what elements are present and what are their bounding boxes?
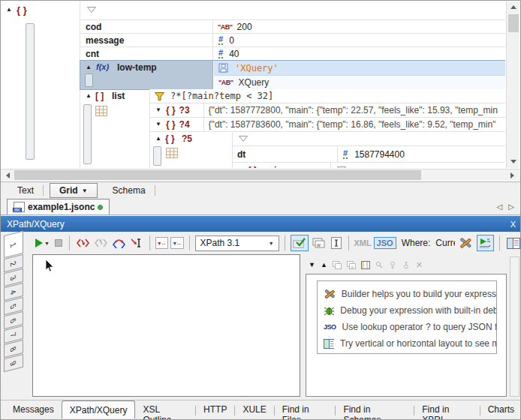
tab-find-in-xbrl[interactable]: Find in XBRL [414,400,479,418]
grid-horizontal-scrollbar[interactable] [1,169,520,181]
hscroll-thumb[interactable] [14,170,421,180]
start-evaluation-button[interactable]: ▼ [34,235,51,251]
tab-scroll-left-icon[interactable]: ◁ [497,202,503,211]
root-collapse-icon[interactable]: ▲ [6,7,12,13]
expand-icon[interactable]: ▼ [155,122,161,128]
next-result-icon[interactable]: ▼ [309,261,315,268]
scroll-up-button[interactable] [507,2,519,13]
value-message[interactable]: 0 [229,35,234,46]
evaluator-mode-button[interactable] [477,235,494,251]
stop-button[interactable] [53,235,64,251]
step-into-icon[interactable] [75,235,91,251]
builder-mode-icon[interactable] [457,235,474,251]
step-out-icon[interactable] [93,235,109,251]
search-up-icon[interactable] [402,261,411,269]
collapse-icon[interactable]: ▲ [86,64,92,70]
list-item-row[interactable]: ▼ { } ?4 {"dt": 1587783600, "main": {"te… [150,118,505,132]
show-columns-icon[interactable] [361,261,370,269]
value-dt[interactable]: 1587794400 [354,149,405,160]
lowtemp-result[interactable]: XQuery [239,77,270,88]
change-layout-button[interactable] [505,235,521,251]
tab-xpath-xquery[interactable]: XPath/XQuery [62,400,136,418]
value-cnt[interactable]: 40 [229,49,239,59]
table-view-icon[interactable] [95,106,107,116]
tab-example1-jsonc[interactable]: JSC example1.jsonc [7,199,110,214]
copy-icon[interactable] [333,261,342,269]
value-cell-dt[interactable]: # 1587794400 [337,146,505,162]
grid-row-cnt[interactable]: cnt # 40 [80,47,505,61]
active-filter-funnel-icon[interactable] [154,92,165,101]
step-over-icon[interactable] [111,235,127,251]
item-key[interactable]: ?5 [182,134,192,144]
xml-mode-toggle[interactable]: XML [354,238,371,248]
value-cell-cod[interactable]: "AB" 200 [212,20,505,33]
tab-scroll-right-icon[interactable]: ▷ [508,202,514,211]
grid-row-lowtemp[interactable]: ▲ f(x) low-temp 'XQuery' "AB" XQuery [80,61,505,89]
collapse-icon[interactable]: ▲ [238,167,244,169]
item5-filter-row[interactable] [233,132,505,146]
list-filter-row[interactable]: ?*[?main?temp < 32] [150,89,505,104]
previous-result-icon[interactable]: ▲ [321,261,327,268]
clear-results-icon[interactable]: ✕ [416,260,423,270]
filter-funnel-icon[interactable] [238,135,248,143]
collapse-bar[interactable] [83,104,92,164]
key-dt[interactable]: dt [237,149,337,160]
tab-schema-view[interactable]: Schema [104,184,155,197]
tab-find-in-schemas[interactable]: Find in Schemas [336,400,414,418]
expression-language-select[interactable]: XPath 3.1 ▼ [195,236,279,251]
grid-row-cod[interactable]: cod "AB" 200 [80,20,505,34]
scroll-down-button[interactable] [507,156,519,167]
item-preview-cell[interactable]: {"dt": 1587783600, "main": {"temp": 16.8… [203,118,505,131]
copy-all-icon[interactable]: a [347,261,356,269]
lowtemp-key-cell[interactable]: ▲ f(x) low-temp [80,61,213,89]
lowtemp-result-cell[interactable]: "AB" XQuery [214,75,505,89]
close-icon[interactable]: X [510,220,516,229]
grid-row-main[interactable]: ▲ { } main [233,163,505,168]
value-cod[interactable]: 200 [237,22,252,32]
root-filter-row[interactable] [80,1,505,20]
filter-funnel-icon[interactable] [336,166,347,168]
item-key[interactable]: ?3 [179,105,203,116]
run-to-cursor-icon[interactable] [129,235,144,251]
grid-row-dt[interactable]: dt # 1587794400 [233,146,505,163]
item-preview[interactable]: {"dt": 1587783600, "main": {"temp": 16.8… [209,119,496,130]
list-item-row[interactable]: ▼ { } ?3 {"dt": 1587772800, "main": {"te… [150,104,505,118]
value-cell-message[interactable]: # 0 [212,34,505,46]
chevron-down-icon[interactable]: ▼ [82,188,88,194]
tab-messages[interactable]: Messages [5,400,62,418]
tab-charts[interactable]: Charts [480,400,521,418]
expand-icon[interactable]: ▼ [155,107,161,113]
jso-mode-toggle[interactable]: JSO [374,237,396,249]
tab-xsl-outline[interactable]: XSL Outline [135,400,195,418]
search-key-icon[interactable] [375,261,384,269]
result-scrollbar[interactable] [510,256,519,397]
lowtemp-formula-cell[interactable]: 'XQuery' [214,61,505,75]
collapse-icon[interactable]: ▲ [86,93,92,99]
list-filter-expression[interactable]: ?*[?main?temp < 32] [170,91,273,101]
search-down-icon[interactable] [389,261,397,269]
list-key-cell[interactable]: ▲ [ ] list [80,89,150,168]
filter-funnel-icon[interactable] [86,6,97,14]
key-main[interactable]: main [261,165,330,169]
scroll-right-button[interactable] [507,170,518,181]
xpath-expression-editor[interactable] [32,254,300,397]
root-collapse-bar[interactable] [26,23,35,160]
vscroll-thumb[interactable] [508,14,519,32]
tab-find-in-files[interactable]: Find in Files [275,400,336,418]
key-message[interactable]: message [86,35,212,46]
where-scope-select[interactable]: Curre [435,238,455,248]
tab-http[interactable]: HTTP [196,400,234,418]
key-list[interactable]: list [112,91,125,101]
tab-grid-view[interactable]: Grid ▼ [50,183,98,198]
show-window-button[interactable]: w [311,235,327,251]
insert-tracepoint-button[interactable]: ▾-- [170,237,184,249]
grid-row-message[interactable]: message # 0 [80,34,505,47]
item-key[interactable]: ?4 [179,119,203,130]
collapse-icon[interactable]: ▲ [155,136,161,142]
lowtemp-formula[interactable]: 'XQuery' [235,63,279,74]
key-cod[interactable]: cod [86,22,212,32]
text-cursor-button[interactable] [330,235,343,251]
value-cell-main[interactable] [330,163,505,168]
key-lowtemp[interactable]: low-temp [117,62,157,73]
tab-text-view[interactable]: Text [8,184,43,197]
